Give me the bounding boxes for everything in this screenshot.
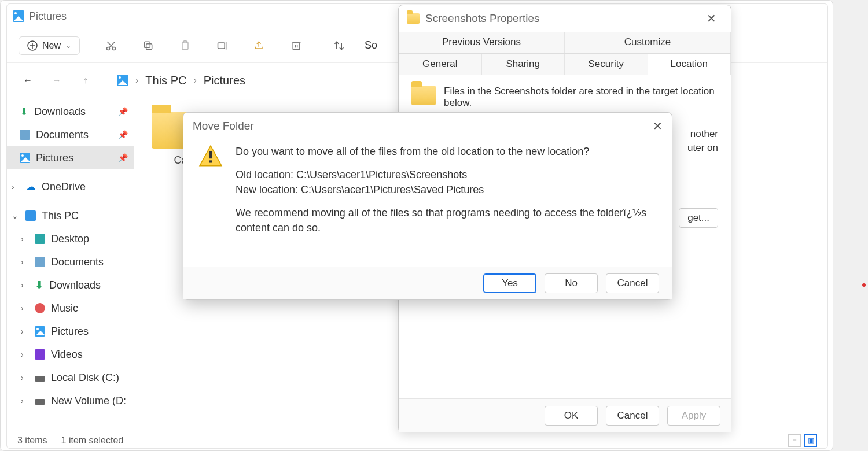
sort-icon[interactable] (328, 34, 351, 57)
sidebar-item-downloads2[interactable]: › ⬇ Downloads (7, 273, 134, 297)
svg-rect-16 (293, 43, 300, 50)
rename-icon[interactable] (211, 34, 234, 57)
no-button[interactable]: No (545, 273, 598, 293)
up-button[interactable]: ↑ (76, 71, 95, 90)
tab-sharing[interactable]: Sharing (482, 54, 565, 75)
download-icon: ⬇ (35, 279, 43, 291)
sidebar-item-music[interactable]: › Music (7, 297, 134, 320)
move-dialog-text: Do you want to move all of the files fro… (236, 144, 657, 261)
extra-line-2: uter on (687, 141, 718, 155)
delete-icon[interactable] (285, 34, 308, 57)
svg-rect-14 (218, 43, 225, 49)
folder-large-icon (411, 86, 436, 105)
move-dialog-footer: Yes No Cancel (183, 267, 672, 299)
svg-rect-10 (146, 43, 152, 49)
close-button[interactable]: ✕ (700, 12, 723, 25)
folder-icon (407, 13, 420, 24)
sidebar-label: Downloads (49, 279, 101, 291)
sidebar-label: Local Disk (C:) (51, 372, 119, 384)
music-icon (35, 303, 45, 313)
location-description: Files in the Screenshots folder are stor… (444, 86, 718, 109)
cut-icon[interactable] (100, 34, 123, 57)
tab-customize[interactable]: Customize (565, 32, 731, 53)
svg-rect-21 (209, 151, 212, 159)
sidebar-label: Videos (51, 349, 83, 361)
sidebar-item-pictures2[interactable]: › Pictures (7, 320, 134, 343)
sidebar-item-newvolume[interactable]: › New Volume (D: (7, 389, 134, 412)
sidebar-item-onedrive[interactable]: › ☁ OneDrive (7, 175, 134, 198)
move-dialog-titlebar[interactable]: Move Folder ✕ (183, 113, 672, 139)
tab-location[interactable]: Location (648, 54, 731, 75)
new-button[interactable]: New ⌄ (19, 36, 80, 55)
find-target-button[interactable]: get... (679, 208, 718, 228)
forward-button[interactable]: → (47, 71, 66, 90)
disk-icon (35, 376, 45, 382)
pin-icon: 📌 (118, 153, 128, 162)
sidebar-item-localdisk[interactable]: › Local Disk (C:) (7, 366, 134, 389)
svg-rect-11 (144, 42, 150, 47)
close-button[interactable]: ✕ (653, 119, 663, 133)
red-dot-marker (862, 283, 866, 287)
view-details-button[interactable]: ≡ (788, 434, 801, 447)
properties-tabs-row2: General Sharing Security Location (399, 53, 731, 75)
pictures-folder-icon (13, 10, 24, 22)
cloud-icon: ☁ (25, 180, 36, 193)
move-new-location: New location: C:\Users\acer1\Pictures\Sa… (236, 182, 657, 197)
download-icon: ⬇ (20, 105, 28, 118)
video-icon (35, 349, 45, 360)
apply-button[interactable]: Apply (667, 406, 720, 426)
status-item-count: 3 items (17, 435, 47, 446)
chevron-right-icon: › (21, 396, 29, 405)
properties-title: Screenshots Properties (425, 12, 694, 25)
move-dialog-body: Do you want to move all of the files fro… (183, 139, 672, 267)
sidebar-label: Downloads (34, 106, 86, 118)
disk-icon (35, 399, 45, 405)
breadcrumb-current[interactable]: Pictures (204, 74, 245, 87)
tab-general[interactable]: General (399, 54, 482, 75)
extra-line-1: nother (687, 127, 718, 141)
location-extra-text: nother uter on (687, 127, 718, 155)
tab-previous-versions[interactable]: Previous Versions (399, 32, 565, 53)
share-icon[interactable] (248, 34, 271, 57)
monitor-icon (25, 210, 36, 221)
move-old-location: Old location: C:\Users\acer1\Pictures\Sc… (236, 167, 657, 182)
sidebar-item-documents[interactable]: Documents 📌 (7, 123, 134, 146)
warning-icon (198, 144, 223, 261)
chevron-right-icon: › (21, 350, 29, 359)
tab-security[interactable]: Security (565, 54, 648, 75)
back-button[interactable]: ← (19, 71, 37, 90)
status-selection: 1 item selected (61, 435, 124, 446)
chevron-right-icon: › (12, 182, 20, 191)
sidebar-label: Pictures (51, 326, 89, 338)
cancel-button[interactable]: Cancel (606, 406, 659, 426)
pictures-icon (20, 153, 30, 163)
sidebar-label: This PC (42, 210, 79, 222)
paste-icon[interactable] (174, 34, 197, 57)
document-icon (20, 130, 30, 140)
breadcrumb-root[interactable]: This PC (145, 74, 186, 87)
yes-button[interactable]: Yes (483, 273, 536, 293)
properties-tabs-row1: Previous Versions Customize (399, 32, 731, 53)
sidebar-item-pictures[interactable]: Pictures 📌 (7, 146, 134, 169)
breadcrumb[interactable]: › This PC › Pictures (117, 74, 245, 87)
cancel-button[interactable]: Cancel (606, 273, 659, 293)
move-recommendation: We recommend moving all of the files so … (236, 205, 657, 235)
svg-rect-22 (209, 160, 212, 162)
move-dialog-title: Move Folder (193, 120, 254, 132)
sidebar-item-documents2[interactable]: › Documents (7, 250, 134, 273)
document-icon (35, 257, 45, 267)
chevron-right-icon: › (21, 373, 29, 382)
copy-icon[interactable] (137, 34, 160, 57)
sidebar-item-downloads[interactable]: ⬇ Downloads 📌 (7, 100, 134, 123)
desktop-icon (35, 234, 45, 244)
explorer-statusbar: 3 items 1 item selected ≡ ▣ (7, 432, 827, 448)
ok-button[interactable]: OK (545, 406, 598, 426)
sidebar-item-videos[interactable]: › Videos (7, 343, 134, 366)
sidebar-item-thispc[interactable]: ⌄ This PC (7, 204, 134, 227)
chevron-right-icon: › (21, 257, 29, 267)
chevron-down-icon: ⌄ (12, 211, 20, 220)
chevron-right-icon: › (135, 75, 138, 86)
sidebar-item-desktop[interactable]: › Desktop (7, 227, 134, 250)
view-large-button[interactable]: ▣ (804, 434, 817, 447)
properties-titlebar[interactable]: Screenshots Properties ✕ (399, 5, 731, 32)
